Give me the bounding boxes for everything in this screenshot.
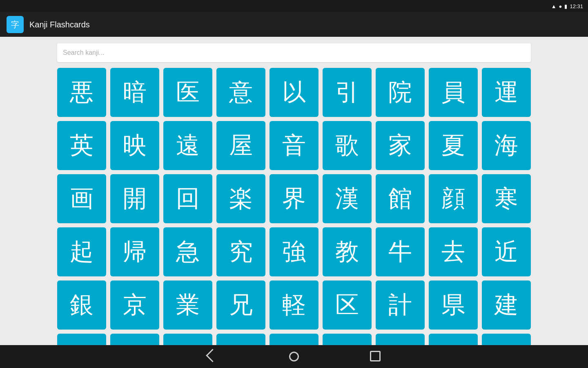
kanji-card[interactable]: 運 [482,68,531,117]
kanji-card[interactable]: 軽 [270,280,318,330]
kanji-card[interactable]: 合 [376,334,425,345]
home-button[interactable] [286,348,302,365]
app-icon-char: 字 [11,19,19,30]
kanji-card[interactable]: 回 [163,174,212,223]
app-title: Kanji Flashcards [29,20,90,29]
back-button[interactable] [204,348,220,365]
kanji-card[interactable]: 区 [323,280,372,330]
search-input[interactable] [57,43,531,62]
kanji-card[interactable]: 楽 [216,174,265,223]
kanji-card[interactable]: 研 [110,334,159,345]
kanji-card[interactable]: 近 [482,227,531,276]
kanji-card[interactable]: 県 [429,280,478,330]
kanji-card[interactable]: 夏 [429,121,478,170]
signal-icon: ● [559,3,562,9]
kanji-card[interactable]: 帰 [110,227,159,276]
kanji-card[interactable]: 暗 [110,68,159,117]
kanji-card[interactable]: 建 [482,280,531,330]
search-container [57,43,531,62]
battery-icon: ▮ [564,3,567,9]
kanji-card[interactable]: 館 [376,174,425,223]
kanji-card[interactable]: 意 [216,68,265,117]
kanji-card[interactable]: 京 [110,280,159,330]
kanji-card[interactable]: 兄 [216,280,265,330]
wifi-icon: ▲ [551,3,557,9]
kanji-card[interactable]: 音 [270,121,318,170]
kanji-card[interactable]: 強 [270,227,318,276]
recent-button[interactable] [368,348,384,365]
kanji-card[interactable]: 引 [323,68,372,117]
kanji-card[interactable]: 起 [57,227,106,276]
app-bar: 字 Kanji Flashcards [0,12,588,37]
home-icon [289,352,299,361]
kanji-card[interactable]: 究 [216,227,265,276]
app-icon: 字 [7,16,24,33]
kanji-card[interactable]: 去 [429,227,478,276]
status-bar: ▲ ● ▮ 12:31 [0,0,588,12]
kanji-card[interactable]: 以 [270,68,318,117]
kanji-card[interactable]: 歌 [323,121,372,170]
kanji-card[interactable]: 工 [216,334,265,345]
kanji-card[interactable]: 英 [57,121,106,170]
kanji-card[interactable]: 屋 [216,121,265,170]
kanji-card[interactable]: 開 [110,174,159,223]
kanji-card[interactable]: 院 [376,68,425,117]
kanji-card[interactable]: 映 [110,121,159,170]
kanji-card[interactable]: 犬 [57,334,106,345]
kanji-card[interactable]: 牛 [376,227,425,276]
kanji-card[interactable]: 広 [163,334,212,345]
kanji-grid: 悪暗医意以引院員運英映遠屋音歌家夏海画開回楽界漢館顔寒起帰急究強教牛去近銀京業兄… [57,68,531,345]
kanji-card[interactable]: 悪 [57,68,106,117]
kanji-card[interactable]: 漢 [323,174,372,223]
kanji-card[interactable]: 遠 [163,121,212,170]
kanji-card[interactable]: 画 [57,174,106,223]
kanji-card[interactable]: 驗 [323,334,372,345]
status-time: 12:31 [570,3,583,9]
kanji-card[interactable]: 計 [376,280,425,330]
kanji-card[interactable]: 顔 [429,174,478,223]
back-arrow-icon [208,351,217,363]
main-content: 悪暗医意以引院員運英映遠屋音歌家夏海画開回楽界漢館顔寒起帰急究強教牛去近銀京業兄… [0,37,588,345]
kanji-card[interactable]: 教 [323,227,372,276]
kanji-card[interactable]: 業 [163,280,212,330]
kanji-card[interactable]: 員 [429,68,478,117]
kanji-card[interactable]: 好 [429,334,478,345]
kanji-card[interactable]: 光 [482,334,531,345]
kanji-card[interactable]: 寒 [482,174,531,223]
recent-icon [372,352,380,361]
kanji-card[interactable]: 急 [163,227,212,276]
kanji-card[interactable]: 家 [376,121,425,170]
kanji-card[interactable]: 界 [270,174,318,223]
kanji-card[interactable]: 元 [270,334,318,345]
kanji-card[interactable]: 銀 [57,280,106,330]
kanji-card[interactable]: 医 [163,68,212,117]
kanji-card[interactable]: 海 [482,121,531,170]
nav-bar [0,345,588,368]
